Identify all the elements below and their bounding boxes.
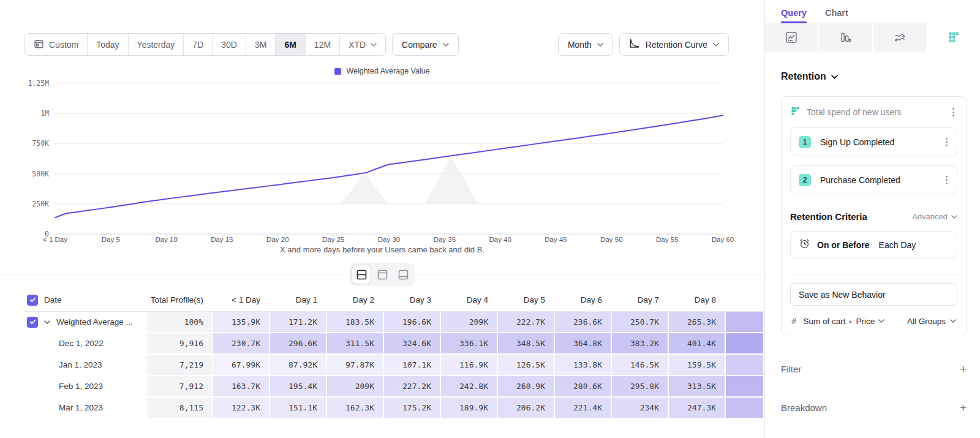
tab-retention-icon[interactable] [926,23,980,51]
criteria-condition-chip[interactable]: On or Before Each Day [790,231,957,259]
tab-insights-icon[interactable] [765,23,818,51]
toolbar: Custom TodayYesterday7D30D3M6M12M XTD Co… [0,33,764,56]
retention-value-cell: 348.5K [498,333,555,355]
x-axis-caption: X and more days before your Users came b… [0,245,764,254]
chart-legend[interactable]: Weighted Average Value [0,66,764,76]
tab-chart[interactable]: Chart [825,8,848,23]
day-header-cell: Day 8 [669,290,726,311]
step-label: Purchase Completed [820,175,943,185]
retention-value-cell: 97.87K [327,355,384,376]
step-menu-kebab-icon[interactable] [943,174,951,186]
step-signup[interactable]: 1 Sign Up Completed [790,127,957,156]
svg-text:250K: 250K [32,200,49,208]
condition-label: On or Before [817,240,870,250]
date-header-cell: Date [24,290,147,311]
alarm-clock-icon [799,238,810,252]
all-groups-dropdown[interactable]: All Groups [907,317,956,326]
profiles-header-cell: Total Profile(s) [147,290,213,311]
measurement-dropdown[interactable]: Sum of cart ▸ Price [803,317,884,326]
row-checkbox[interactable] [27,295,38,306]
range-7d-button[interactable]: 7D [183,34,212,55]
retention-value-cell: 247.3K [669,398,726,419]
svg-text:< 1 Day: < 1 Day [43,236,67,243]
profiles-cell: 8,115 [147,398,213,419]
retention-value-cell: 236.6K [555,312,612,333]
retention-value-cell: 146.5K [612,355,669,376]
property-arrow-icon: ▸ [849,318,852,325]
retention-value-cell: 183.5K [327,312,384,333]
retention-value-cell: 163.7K [213,376,270,398]
retention-value-cell: 250.7K [612,312,669,333]
view-toggle-split-icon[interactable] [352,265,371,284]
tab-funnels-icon[interactable] [818,23,872,51]
retention-value-cell: 313.5K [669,376,726,398]
retention-value-cell: 189.9K [441,398,498,419]
retention-value-cell: 162.3K [327,398,384,419]
retention-section-header[interactable]: Retention [781,71,967,82]
chevron-down-icon [371,43,377,47]
breakdown-label: Breakdown [781,402,827,413]
tab-flows-icon[interactable] [872,23,926,51]
legend-swatch [334,68,341,75]
custom-date-button[interactable]: Custom [25,34,87,55]
retention-value-cell: 133.8K [555,355,612,376]
clipped-value-cell [726,355,764,376]
retention-curve-icon [629,38,640,51]
retention-value-cell: 227.2K [384,376,441,398]
add-breakdown-button[interactable]: + [960,402,967,413]
day-header-cell: Day 2 [327,290,384,311]
retention-value-cell: 196.6K [384,312,441,333]
range-yesterday-button[interactable]: Yesterday [128,34,184,55]
step-number-badge: 2 [799,174,811,186]
compare-button[interactable]: Compare [392,33,459,56]
number-property-icon: # [791,316,796,326]
range-3m-button[interactable]: 3M [246,34,275,55]
xtd-range-button[interactable]: XTD [339,34,385,55]
step-menu-kebab-icon[interactable] [943,136,951,148]
svg-text:Day 20: Day 20 [266,236,288,243]
range-30d-button[interactable]: 30D [212,34,246,55]
row-label-cell: Weighted Average ... [24,312,147,333]
retention-value-cell: 364.8K [555,333,612,355]
retention-value-cell: 222.7K [498,312,555,333]
xtd-label: XTD [349,40,366,50]
tab-query[interactable]: Query [781,8,807,23]
sidebar-tabs: Query Chart [765,0,980,23]
day-header-cell: < 1 Day [213,290,270,311]
query-sidebar: Query Chart [764,0,980,438]
row-label-cell: Dec 1, 2022 [24,333,147,355]
retention-criteria-label: Retention Criteria [790,211,867,222]
legend-label: Weighted Average Value [346,67,429,75]
range-today-button[interactable]: Today [87,34,127,55]
retention-value-cell: 122.3K [213,398,270,419]
retention-value-cell: 280.6K [555,376,612,398]
behavior-card: Total spend of new users 1 Sign Up Compl… [781,96,967,336]
table-row: Dec 1, 20229,916230.7K296.6K311.5K324.6K… [24,333,764,355]
view-toggle-chart-icon[interactable] [373,265,391,284]
svg-text:500K: 500K [32,170,49,178]
row-checkbox[interactable] [27,317,38,328]
save-as-new-behavior-button[interactable]: Save as New Behavior [790,283,957,306]
advanced-dropdown[interactable]: Advanced [912,212,957,221]
day-header-cell: Day 1 [270,290,327,311]
granularity-button[interactable]: Month [558,33,613,56]
expand-chevron-icon[interactable] [44,320,50,324]
range-12m-button[interactable]: 12M [305,34,339,55]
retention-value-cell: 195.4K [270,376,327,398]
granularity-label: Month [568,40,592,50]
step-purchase[interactable]: 2 Purchase Completed [790,165,957,194]
row-label: Mar 1, 2023 [59,403,103,412]
behavior-menu-kebab-icon[interactable] [949,106,957,118]
retention-value-cell: 265.3K [669,312,726,333]
add-filter-button[interactable]: + [960,363,967,375]
range-6m-button[interactable]: 6M [275,34,304,55]
retention-value-cell: 135.9K [213,312,270,333]
table-row: Jan 1, 20237,21967.99K87.92K97.87K107.1K… [24,355,764,376]
chevron-down-icon [713,43,719,47]
date-header-label: Date [44,295,62,304]
chart-type-button[interactable]: Retention Curve [619,33,729,56]
profiles-cell: 9,916 [147,333,213,355]
row-label-cell: Feb 1, 2023 [24,376,147,398]
day-header-cell: Day 5 [498,290,555,311]
view-toggle-table-icon[interactable] [394,265,412,284]
